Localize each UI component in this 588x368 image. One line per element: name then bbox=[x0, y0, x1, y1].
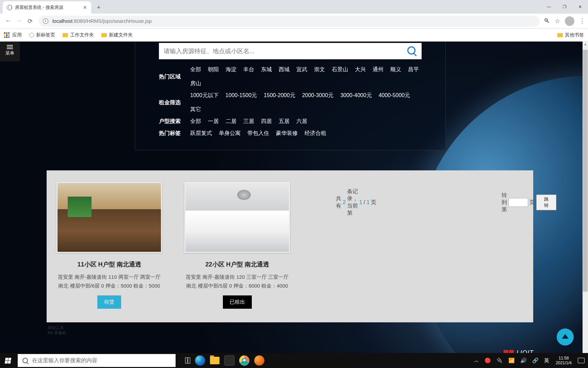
link-icon[interactable]: 🔗 bbox=[531, 357, 540, 364]
filter-option[interactable]: 经济合租 bbox=[305, 130, 326, 137]
zoom-icon[interactable]: 🔍︎ bbox=[544, 17, 550, 25]
folder-icon bbox=[557, 33, 563, 37]
tray-expand-icon[interactable]: ︿ bbox=[473, 357, 480, 364]
filter-option[interactable]: 全部 bbox=[190, 66, 201, 73]
search-panel: 热门区域 全部朝阳海淀丰台东城西城宣武崇文石景山大兴通州顺义昌平房山 租金筛选 … bbox=[135, 42, 446, 150]
edge-icon[interactable] bbox=[195, 355, 205, 366]
filter-option[interactable]: 4000-5000元 bbox=[379, 92, 410, 99]
filter-option[interactable]: 海淀 bbox=[226, 66, 236, 73]
wifi-icon[interactable]: 📶 bbox=[507, 357, 516, 364]
filter-option[interactable]: 宣武 bbox=[296, 66, 307, 73]
house-card: 11小区 H户型 南北通透莲安里 南开-嘉陵道街 110 两室一厅 两室一厅 南… bbox=[55, 182, 164, 309]
scroll-thumb[interactable] bbox=[583, 50, 588, 292]
taskbar-search[interactable]: 在这里输入你要搜索的内容 bbox=[18, 354, 176, 367]
scroll-to-top-button[interactable] bbox=[557, 328, 574, 346]
filter-option[interactable]: 3000-4000元 bbox=[340, 92, 372, 99]
chrome-icon[interactable] bbox=[239, 355, 249, 366]
task-view-button[interactable] bbox=[185, 357, 190, 364]
filter-option[interactable]: 五居 bbox=[279, 118, 290, 125]
filter-option[interactable]: 三居 bbox=[243, 118, 254, 125]
filter-option[interactable]: 跃层复式 bbox=[190, 130, 212, 137]
house-card: 22小区 H户型 南北通透莲安里 南开-嘉陵道街 120 三室一厅 三室一厅 南… bbox=[183, 182, 292, 309]
filter-option[interactable]: 豪华装修 bbox=[276, 130, 298, 137]
scrollbar[interactable]: ▲ ▼ bbox=[583, 42, 588, 358]
forward-button[interactable]: → bbox=[14, 16, 24, 27]
filter-option[interactable]: 房山 bbox=[190, 80, 201, 87]
close-window-button[interactable]: ✕ bbox=[572, 0, 588, 14]
pagination: 共有 2 条记录，当前第 1 / 1 页 转到第 页 跳转 bbox=[336, 188, 556, 217]
filter-option[interactable]: 昌平 bbox=[408, 66, 419, 73]
folder-icon bbox=[63, 33, 68, 37]
new-tab-button[interactable]: + bbox=[94, 3, 103, 12]
search-icon[interactable] bbox=[407, 46, 417, 56]
filter-option[interactable]: 全部 bbox=[190, 118, 201, 125]
taskbar: 在这里输入你要搜索的内容 ︿ 🔴 🔌 📶 🔊 🔗 英 11:58 2021/1/… bbox=[0, 353, 588, 368]
filter-option[interactable]: 通州 bbox=[373, 66, 383, 73]
house-image[interactable] bbox=[184, 182, 290, 253]
filter-option[interactable]: 单身公寓 bbox=[219, 130, 241, 137]
menu-icon[interactable]: ⋮ bbox=[579, 17, 585, 25]
house-title: 11小区 H户型 南北通透 bbox=[77, 260, 141, 269]
recorder-watermark: 录制工具 KK 录像机 bbox=[48, 325, 66, 335]
browser-tab[interactable]: 房屋租赁系统 - 搜索房源 ✕ bbox=[3, 1, 91, 14]
window-controls: — ❐ ✕ bbox=[541, 0, 588, 14]
filter-option[interactable]: 丰台 bbox=[243, 66, 254, 73]
bookmark-newtab[interactable]: 新标签页 bbox=[29, 32, 55, 38]
ime-indicator[interactable]: 英 bbox=[543, 357, 550, 364]
filter-option[interactable]: 西城 bbox=[279, 66, 290, 73]
filter-option[interactable]: 1000-1500元 bbox=[226, 92, 257, 99]
filter-option[interactable]: 带包入住 bbox=[247, 130, 269, 137]
results-panel: 11小区 H户型 南北通透莲安里 南开-嘉陵道街 110 两室一厅 两室一厅 南… bbox=[47, 170, 533, 322]
filter-option[interactable]: 东城 bbox=[261, 66, 272, 73]
page-jump-input[interactable] bbox=[508, 198, 528, 207]
filter-option[interactable]: 2000-3000元 bbox=[302, 92, 334, 99]
maximize-button[interactable]: ❐ bbox=[557, 0, 572, 14]
power-icon[interactable]: 🔌 bbox=[495, 357, 504, 364]
back-button[interactable]: ← bbox=[3, 16, 14, 27]
globe-icon bbox=[29, 33, 34, 37]
filter-option[interactable]: 石景山 bbox=[332, 66, 348, 73]
house-description: 莲安里 南开-嘉陵道街 110 两室一厅 两室一厅 南北 楼层中部/6层 0 押… bbox=[55, 273, 164, 290]
bookmark-work-folder[interactable]: 工作文件夹 bbox=[63, 32, 94, 38]
app-icon[interactable] bbox=[254, 355, 264, 366]
filter-option[interactable]: 其它 bbox=[190, 106, 201, 113]
filter-option[interactable]: 1500-2000元 bbox=[264, 92, 295, 99]
profile-avatar[interactable] bbox=[565, 16, 574, 26]
search-input[interactable] bbox=[164, 48, 407, 55]
house-title: 22小区 H户型 南北通透 bbox=[205, 260, 269, 269]
filter-option[interactable]: 顺义 bbox=[390, 66, 401, 73]
url-path: /HRMS/jsps/searchHouse.jsp bbox=[85, 18, 152, 24]
site-info-icon[interactable]: i bbox=[43, 18, 48, 24]
minimize-button[interactable]: — bbox=[541, 0, 557, 14]
filter-option[interactable]: 六居 bbox=[296, 118, 307, 125]
reload-button[interactable]: ⟳ bbox=[24, 16, 35, 27]
filter-option[interactable]: 一居 bbox=[208, 118, 219, 125]
clock[interactable]: 11:58 2021/1/4 bbox=[556, 356, 572, 366]
url-host: localhost bbox=[52, 18, 72, 24]
filter-option[interactable]: 1000元以下 bbox=[190, 92, 219, 99]
search-box bbox=[159, 43, 422, 59]
address-bar[interactable]: i localhost:8080/HRMS/jsps/searchHouse.j… bbox=[39, 16, 540, 27]
bookmark-new-folder[interactable]: 新建文件夹 bbox=[101, 32, 133, 38]
apps-button[interactable]: 应用 bbox=[4, 32, 22, 38]
other-bookmarks[interactable]: 其他书签 bbox=[557, 32, 584, 38]
tab-strip: 房屋租赁系统 - 搜索房源 ✕ + — ❐ ✕ bbox=[0, 0, 588, 14]
start-button[interactable] bbox=[0, 353, 16, 368]
filter-option[interactable]: 大兴 bbox=[355, 66, 366, 73]
filter-option[interactable]: 崇文 bbox=[314, 66, 325, 73]
scroll-up-icon[interactable]: ▲ bbox=[584, 42, 587, 46]
page-jump-button[interactable]: 跳转 bbox=[536, 195, 556, 210]
rent-button[interactable]: 租赁 bbox=[97, 295, 121, 309]
filter-option[interactable]: 二居 bbox=[226, 118, 236, 125]
tray-app-icon[interactable]: 🔴 bbox=[484, 357, 492, 364]
bookmark-star-icon[interactable]: ☆ bbox=[555, 17, 560, 25]
menu-button[interactable]: 菜单 bbox=[0, 42, 20, 61]
notification-icon[interactable] bbox=[578, 358, 585, 363]
file-explorer-icon[interactable] bbox=[210, 357, 219, 364]
app-icon[interactable] bbox=[224, 355, 234, 366]
house-image[interactable] bbox=[56, 182, 162, 253]
filter-option[interactable]: 四居 bbox=[261, 118, 272, 125]
tab-close-icon[interactable]: ✕ bbox=[83, 5, 87, 10]
filter-option[interactable]: 朝阳 bbox=[208, 66, 219, 73]
volume-icon[interactable]: 🔊 bbox=[519, 357, 528, 364]
